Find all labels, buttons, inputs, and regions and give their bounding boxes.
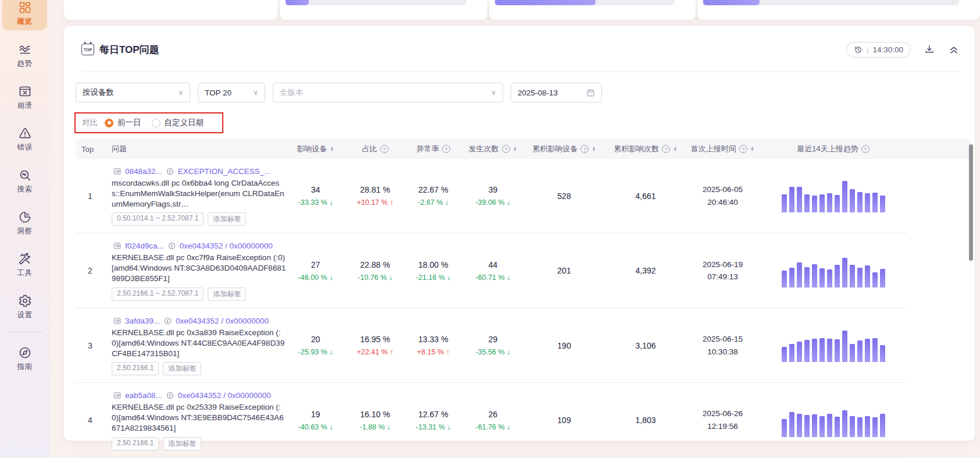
- trend-bar: [797, 187, 802, 212]
- issue-cell: 0848a32...EXCEPTION_ACCESS_...mscordacwk…: [105, 159, 285, 233]
- sidebar-item-4[interactable]: 搜索: [2, 164, 47, 198]
- sidebar-item-5[interactable]: 洞察: [2, 206, 47, 240]
- add-tag-button[interactable]: 添加标签: [208, 287, 246, 301]
- page-title: 每日TOP问题: [99, 43, 159, 56]
- sidebar-item-label: 设置: [17, 310, 33, 320]
- cumulative-count: 1,803: [605, 416, 686, 425]
- metric-value: 44: [462, 260, 523, 269]
- daily-top-issues-panel: TOP 每日TOP问题 | 14:30:00 按设备数 ∨ TOP 20: [64, 26, 975, 441]
- insight-icon: [18, 210, 32, 224]
- progress-fill: [286, 0, 309, 5]
- issue-id-link[interactable]: f024d9ca...: [125, 242, 164, 250]
- metric-delta: -61.76 % ↓: [462, 423, 523, 431]
- help-icon[interactable]: ?: [580, 145, 589, 153]
- trend-bar: [789, 187, 794, 212]
- help-icon[interactable]: ?: [380, 145, 389, 153]
- metric-cell: 27-46.00 % ↓: [285, 260, 346, 282]
- sidebar-item-6[interactable]: 工具: [2, 248, 47, 282]
- trend-bar: [782, 419, 787, 437]
- cumulative-devices: 201: [523, 266, 605, 275]
- issues-table: Top问题影响设备▲▼占比?异常率?发生次数?▲▼累积影响设备?▲▼累积影响次数…: [76, 139, 975, 458]
- metric-cell: 44-60.71 % ↓: [462, 260, 523, 282]
- sidebar-item-0[interactable]: 概览: [2, 0, 47, 30]
- column-header-0: Top: [76, 144, 105, 154]
- help-icon[interactable]: ?: [662, 145, 670, 153]
- trend-bar: [797, 262, 802, 287]
- download-icon[interactable]: [924, 44, 935, 55]
- trend-bar: [819, 416, 825, 437]
- sidebar-divider: [8, 332, 42, 332]
- metric-delta: -60.71 % ↓: [462, 274, 523, 282]
- issue-cell: 3afda39...0xe0434352 / 0x00000000KERNELB…: [105, 308, 285, 382]
- trend-bar: [812, 414, 817, 437]
- vertical-scrollbar[interactable]: [969, 144, 973, 261]
- radio-custom-date[interactable]: 自定义日期: [152, 118, 204, 128]
- stat-time-badge[interactable]: | 14:30:00: [846, 42, 911, 58]
- metric-cell: 22.67 %-2.67 % ↓: [404, 185, 462, 207]
- help-icon[interactable]: ?: [739, 145, 747, 153]
- sort-icon[interactable]: ▲▼: [673, 147, 677, 152]
- trend-bar: [857, 192, 863, 212]
- compare-section: 对比 前一日 自定义日期: [76, 112, 975, 133]
- trend-bar: [880, 196, 885, 212]
- metric-value: 22.67 %: [404, 185, 462, 194]
- first-report-clock: 10:30:38: [686, 346, 759, 358]
- version-select[interactable]: 全版本 ∨: [273, 83, 503, 102]
- issue-id-link[interactable]: eab5a08...: [125, 391, 162, 400]
- help-icon[interactable]: ?: [502, 145, 510, 153]
- sort-icon[interactable]: ▲▼: [750, 147, 754, 152]
- crash-type-link[interactable]: 0xe0434352 / 0x00000000: [176, 317, 269, 325]
- issue-id-link[interactable]: 3afda39...: [125, 317, 160, 325]
- help-icon[interactable]: ?: [861, 145, 869, 153]
- filter-bar: 按设备数 ∨ TOP 20 ∨ 全版本 ∨ 2025-08-13: [76, 83, 975, 102]
- column-header-1: 问题: [105, 144, 285, 154]
- trend-bar: [842, 258, 847, 287]
- sort-by-select[interactable]: 按设备数 ∨: [76, 83, 190, 102]
- top-n-select[interactable]: TOP 20 ∨: [198, 83, 265, 102]
- chevron-down-icon: ∨: [253, 88, 258, 97]
- arrow-up-icon: ↑: [390, 348, 393, 356]
- trend-bar: [789, 268, 794, 287]
- trend-bar: [865, 416, 870, 437]
- issue-cell: eab5a08...0xe0434352 / 0x00000000KERNELB…: [105, 383, 285, 457]
- header-divider: [81, 72, 960, 72]
- trend-bar: [812, 339, 817, 362]
- progress-fill: [495, 0, 596, 5]
- metric-cell: 26-61.76 % ↓: [462, 410, 523, 431]
- issue-id-link[interactable]: 0848a32...: [125, 167, 162, 176]
- crash-type-link[interactable]: EXCEPTION_ACCESS_...: [178, 167, 271, 176]
- crash-icon: [18, 84, 32, 98]
- trend-bar: [880, 269, 885, 287]
- sidebar-item-3[interactable]: 错误: [2, 122, 47, 156]
- sort-icon[interactable]: ▲▼: [330, 147, 334, 152]
- sort-icon[interactable]: ▲▼: [591, 147, 596, 152]
- collapse-panel-icon[interactable]: [948, 44, 960, 55]
- crash-type-link[interactable]: 0xe0434352 / 0x00000000: [180, 242, 273, 250]
- sidebar-item-1[interactable]: 趋势: [2, 38, 47, 72]
- trend-cell: [759, 179, 907, 212]
- date-picker[interactable]: 2025-08-13: [511, 83, 602, 102]
- sidebar-item-8[interactable]: 指南: [2, 342, 47, 375]
- metric-value: 13.33 %: [404, 335, 462, 344]
- bolt-icon: [166, 391, 174, 400]
- sidebar-item-label: 工具: [17, 268, 33, 278]
- crash-type-link[interactable]: 0xe0434352 / 0x00000000: [178, 391, 271, 400]
- error-icon: [18, 126, 32, 140]
- first-report-clock: 07:49:13: [686, 271, 759, 283]
- top-n-value: TOP 20: [205, 88, 248, 97]
- trend-bar: [827, 193, 832, 212]
- first-report-date: 2025-06-26: [686, 407, 759, 420]
- trend-bar: [835, 339, 840, 362]
- add-tag-button[interactable]: 添加标签: [163, 437, 201, 450]
- trend-bar: [880, 345, 885, 362]
- sidebar-item-label: 趋势: [17, 59, 33, 69]
- sidebar-item-7[interactable]: 设置: [2, 290, 47, 324]
- add-tag-button[interactable]: 添加标签: [208, 212, 246, 226]
- bolt-icon: [163, 317, 172, 325]
- metric-cell: 19-40.63 % ↓: [285, 410, 346, 431]
- sort-icon[interactable]: ▲▼: [513, 147, 517, 152]
- radio-previous-day[interactable]: 前一日: [105, 118, 141, 128]
- help-icon[interactable]: ?: [442, 145, 450, 153]
- add-tag-button[interactable]: 添加标签: [163, 362, 201, 375]
- sidebar-item-2[interactable]: 崩溃: [2, 80, 47, 114]
